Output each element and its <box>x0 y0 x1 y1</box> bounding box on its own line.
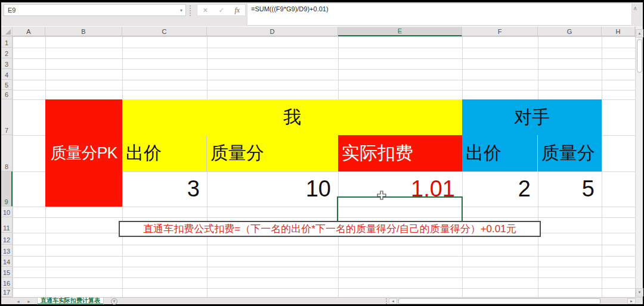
row-header-7[interactable]: 7 <box>1 99 13 135</box>
add-sheet-icon: + <box>113 299 116 304</box>
scroll-right-icon: ► <box>630 299 633 303</box>
cell-g8-quality-header[interactable]: 质量分 <box>538 135 602 171</box>
row-header-8[interactable]: 8 <box>1 135 13 171</box>
cell-c7-me-label[interactable]: 我 <box>122 99 462 135</box>
cell-f8-bid-header[interactable]: 出价 <box>462 135 538 171</box>
column-header-h[interactable]: H <box>602 27 635 36</box>
sheet-tab-label: 直通车实际扣费计算表 <box>41 296 100 305</box>
formula-note-text: 直通车扣费公式扣费=（下一名的出价*下一名的质量得分/自己的质量得分）+0.01… <box>143 222 516 236</box>
add-sheet-button[interactable]: + <box>111 298 117 305</box>
horizontal-scrollbar-thumb[interactable] <box>398 298 600 304</box>
row-header-12[interactable]: 12 <box>1 233 13 245</box>
cell-f7-opponent-label[interactable]: 对手 <box>462 99 602 135</box>
row-header-10[interactable]: 10 <box>1 207 13 217</box>
row-header-3[interactable]: 3 <box>1 58 13 69</box>
cell-d8-quality-header[interactable]: 质量分 <box>207 135 338 171</box>
cell-b7-pk-label[interactable]: 质量分PK <box>45 99 122 207</box>
column-header-c[interactable]: C <box>122 27 207 36</box>
row-header-6[interactable]: 6 <box>1 90 13 99</box>
cancel-icon[interactable]: ✕ <box>203 7 208 14</box>
cell-e9-fee-value-active[interactable]: 1.01 <box>338 171 462 207</box>
row-header-13[interactable]: 13 <box>1 245 13 256</box>
column-header-b[interactable]: B <box>45 27 122 36</box>
formula-bar-input[interactable]: =SUM(((F9*G9)/D9)+0.01) <box>247 3 632 26</box>
formula-buttons: ✕ ✓ fx <box>197 4 246 16</box>
row-header-1[interactable]: 1 <box>1 36 13 48</box>
cell-f9-bid-value[interactable]: 2 <box>462 171 538 207</box>
select-all-corner[interactable] <box>1 27 13 36</box>
sheet-tab-bar: ◄ ► 直通车实际扣费计算表 + ◄ ► <box>1 297 643 304</box>
column-header-f[interactable]: F <box>462 27 538 36</box>
name-box-value: E9 <box>4 7 180 14</box>
row-header-2[interactable]: 2 <box>1 48 13 58</box>
row-header-15[interactable]: 15 <box>1 267 13 277</box>
scroll-up-icon[interactable]: ▲ <box>638 32 642 35</box>
collapse-formula-bar-icon[interactable]: ∧ <box>633 5 637 11</box>
column-header-a[interactable]: A <box>13 27 45 36</box>
column-header-e-selected[interactable]: E <box>338 27 462 36</box>
cell-c8-bid-header[interactable]: 出价 <box>122 135 207 171</box>
cell-e8-fee-header[interactable]: 实际扣费 <box>338 135 462 171</box>
formula-text: =SUM(((F9*G9)/D9)+0.01) <box>251 5 329 13</box>
column-header-d[interactable]: D <box>207 27 338 36</box>
toolbar-drag-divider <box>190 5 191 16</box>
name-box[interactable]: E9 ▾ <box>4 4 186 16</box>
vertical-scrollbar-thumb[interactable] <box>637 39 642 73</box>
row-header-4[interactable]: 4 <box>1 69 13 80</box>
enter-icon[interactable]: ✓ <box>219 7 224 14</box>
cell-d9-quality-value[interactable]: 10 <box>207 171 338 207</box>
insert-function-icon[interactable]: fx <box>235 6 240 15</box>
spreadsheet-grid[interactable]: A B C D E F G H 1 2 3 4 5 6 7 8 9 10 11 … <box>1 26 635 297</box>
formula-toolbar: E9 ▾ ✕ ✓ fx =SUM(((F9*G9)/D9)+0.01) ∧ <box>1 2 643 26</box>
scroll-down-icon[interactable]: ▼ <box>638 291 642 294</box>
workbook-area: E9 ▾ ✕ ✓ fx =SUM(((F9*G9)/D9)+0.01) ∧ A … <box>1 2 643 304</box>
tab-nav-right-icon[interactable]: ► <box>27 298 31 305</box>
cell-c9-bid-value[interactable]: 3 <box>122 171 207 207</box>
excel-window: E9 ▾ ✕ ✓ fx =SUM(((F9*G9)/D9)+0.01) ∧ A … <box>0 0 644 306</box>
row-header-11[interactable]: 11 <box>1 217 13 233</box>
scroll-left-button[interactable]: ◄ <box>389 298 397 304</box>
scroll-down-button: ▼ <box>636 288 643 296</box>
formula-note-textbox[interactable]: 直通车扣费公式扣费=（下一名的出价*下一名的质量得分/自己的质量得分）+0.01… <box>119 221 541 237</box>
row-header-14[interactable]: 14 <box>1 256 13 267</box>
row-header-5[interactable]: 5 <box>1 80 13 90</box>
tab-nav-left-icon[interactable]: ◄ <box>16 298 20 305</box>
cell-g9-quality-value[interactable]: 5 <box>538 171 602 207</box>
select-all-triangle-icon <box>5 29 11 35</box>
row-header-9-selected[interactable]: 9 <box>1 171 13 207</box>
scroll-right-button[interactable]: ► <box>627 298 636 304</box>
row-header-16[interactable]: 16 <box>1 277 13 288</box>
row-header-17[interactable]: 17 <box>1 288 13 297</box>
scroll-left-icon: ◄ <box>391 299 395 303</box>
active-sheet-tab[interactable]: 直通车实际扣费计算表 <box>37 298 104 305</box>
column-header-g[interactable]: G <box>538 27 602 36</box>
vertical-scrollbar[interactable]: ▲ ▼ <box>635 26 643 297</box>
tab-scrollbar-divider[interactable] <box>386 298 387 304</box>
scroll-up-button: ▲ <box>636 29 643 38</box>
name-box-dropdown-icon[interactable]: ▾ <box>180 8 185 13</box>
